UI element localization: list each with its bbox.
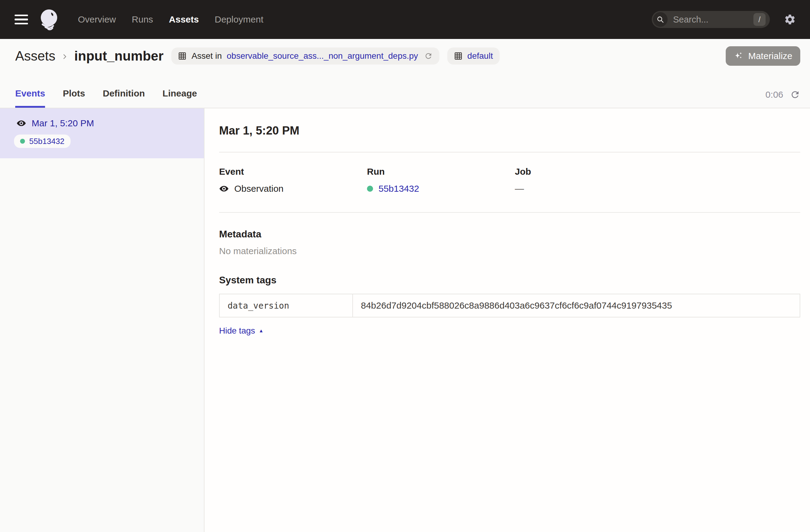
tag-key-cell: data_version	[220, 294, 353, 317]
tab-events[interactable]: Events	[15, 88, 45, 108]
breadcrumb-assets-link[interactable]: Assets	[15, 48, 55, 64]
system-tags-heading: System tags	[219, 275, 800, 286]
search-input[interactable]: Search... /	[652, 11, 770, 28]
event-column: Event Observation	[219, 166, 367, 194]
tab-plots[interactable]: Plots	[63, 88, 85, 108]
asset-in-label: Asset in	[191, 51, 222, 61]
tab-lineage[interactable]: Lineage	[162, 88, 197, 108]
search-shortcut-badge: /	[754, 13, 765, 26]
event-column-header: Event	[219, 166, 367, 177]
run-status-dot	[367, 186, 373, 192]
gear-icon[interactable]	[784, 13, 796, 26]
refresh-countdown: 0:06	[765, 90, 783, 100]
materialize-button[interactable]: Materialize	[726, 46, 800, 66]
hide-tags-label: Hide tags	[219, 326, 255, 336]
hide-tags-link[interactable]: Hide tags ▲	[219, 326, 263, 336]
run-id-label: 55b13432	[29, 136, 65, 146]
job-column: Job —	[515, 166, 663, 194]
sparkle-icon	[734, 51, 743, 61]
event-timestamp-link[interactable]: Mar 1, 5:20 PM	[32, 118, 94, 128]
nav-runs[interactable]: Runs	[132, 14, 153, 25]
breadcrumb: Assets input_number	[15, 48, 163, 64]
dagster-logo-icon[interactable]	[37, 7, 62, 32]
divider	[219, 212, 800, 213]
repo-link[interactable]: default	[467, 51, 493, 61]
refresh-icon[interactable]	[790, 90, 800, 100]
run-id-link[interactable]: 55b13432	[378, 183, 419, 194]
caret-up-icon: ▲	[259, 328, 263, 333]
nav-overview[interactable]: Overview	[78, 14, 116, 25]
auto-refresh-control: 0:06	[765, 90, 800, 108]
table-icon	[178, 52, 187, 60]
event-list-sidebar: Mar 1, 5:20 PM 55b13432	[0, 108, 205, 532]
divider	[219, 152, 800, 152]
repo-pill: default	[447, 47, 500, 65]
event-list-item[interactable]: Mar 1, 5:20 PM 55b13432	[0, 108, 204, 158]
asset-definition-pill: Asset in observable_source_ass..._non_ar…	[171, 47, 439, 65]
materialize-label: Materialize	[748, 51, 792, 61]
metadata-empty-text: No materializations	[219, 246, 800, 256]
reload-definitions-icon[interactable]	[424, 52, 433, 60]
repo-grid-icon	[454, 52, 463, 60]
table-row: data_version 84b26d7d9204cbf588026c8a988…	[220, 294, 800, 317]
event-detail-panel: Mar 1, 5:20 PM Event Observation Run	[205, 108, 810, 532]
asset-name-title: input_number	[74, 48, 163, 64]
app-root: Overview Runs Assets Deployment Search..…	[0, 0, 810, 532]
event-type-label: Observation	[234, 183, 284, 194]
job-column-header: Job	[515, 166, 663, 177]
breadcrumb-chevron-icon	[61, 53, 69, 61]
tab-definition[interactable]: Definition	[103, 88, 145, 108]
job-empty-value: —	[515, 183, 524, 194]
tag-value-cell: 84b26d7d9204cbf588026c8a9886d403a6c9637c…	[353, 294, 800, 317]
nav-assets[interactable]: Assets	[169, 14, 199, 25]
top-navbar: Overview Runs Assets Deployment Search..…	[0, 0, 810, 39]
metadata-heading: Metadata	[219, 229, 800, 240]
hamburger-menu-button[interactable]	[15, 15, 28, 25]
run-id-badge[interactable]: 55b13432	[14, 134, 70, 148]
content-area: Mar 1, 5:20 PM 55b13432 Mar 1, 5:20 PM E…	[0, 108, 810, 532]
search-icon	[653, 12, 668, 27]
search-placeholder: Search...	[673, 15, 754, 25]
run-column-header: Run	[367, 166, 515, 177]
run-column: Run 55b13432	[367, 166, 515, 194]
tabs-row: Events Plots Definition Lineage 0:06	[0, 73, 810, 108]
event-summary-columns: Event Observation Run 55b13432	[219, 166, 800, 194]
page-header: Assets input_number Asset in observable_…	[0, 39, 810, 73]
observation-eye-icon	[219, 184, 229, 194]
event-detail-title: Mar 1, 5:20 PM	[219, 124, 800, 137]
main-nav: Overview Runs Assets Deployment	[78, 14, 263, 25]
observation-eye-icon	[16, 118, 26, 128]
system-tags-table: data_version 84b26d7d9204cbf588026c8a988…	[219, 294, 800, 318]
navbar-right: Search... /	[652, 11, 796, 28]
asset-file-link[interactable]: observable_source_ass..._non_argument_de…	[227, 51, 418, 61]
run-status-dot	[20, 139, 25, 144]
nav-deployment[interactable]: Deployment	[214, 14, 263, 25]
